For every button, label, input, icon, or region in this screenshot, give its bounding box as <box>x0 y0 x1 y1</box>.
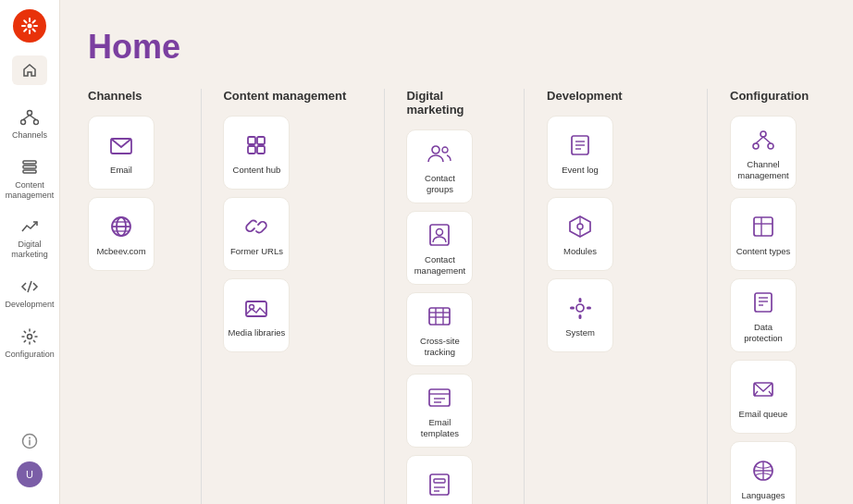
sections-row: Channels Email <box>88 89 825 504</box>
card-content-hub[interactable]: Content hub <box>223 116 290 190</box>
svg-line-17 <box>28 281 31 292</box>
config-cards: Channel management Content types <box>730 116 825 504</box>
page-title: Home <box>88 28 825 67</box>
channel-mgmt-icon <box>748 125 778 154</box>
card-contact-management[interactable]: Contact management <box>406 211 473 285</box>
email-icon <box>106 130 136 160</box>
svg-rect-64 <box>754 217 773 236</box>
card-former-urls[interactable]: Former URLs <box>223 197 290 271</box>
svg-point-61 <box>768 143 773 149</box>
card-content-types[interactable]: Content types <box>730 197 797 271</box>
sidebar-item-development[interactable]: Development <box>3 269 56 317</box>
sidebar-item-digital-label: Digital marketing <box>6 240 53 260</box>
svg-point-59 <box>760 131 766 137</box>
sidebar-item-content-management[interactable]: Content management <box>3 150 56 208</box>
svg-point-11 <box>34 120 39 125</box>
content-types-icon <box>748 212 778 241</box>
content-management-icon <box>19 157 40 178</box>
svg-line-12 <box>23 116 30 120</box>
card-modules-label: Modules <box>563 246 597 256</box>
sidebar-item-channels[interactable]: Channels <box>3 100 56 148</box>
svg-rect-14 <box>23 161 36 164</box>
card-event-log[interactable]: Event log <box>547 116 613 190</box>
home-button[interactable] <box>12 55 47 85</box>
card-data-protection-label: Data protection <box>735 322 792 343</box>
card-media-libraries[interactable]: Media libraries <box>223 278 290 352</box>
event-log-icon <box>565 130 595 160</box>
data-protection-icon <box>748 288 778 317</box>
former-urls-icon <box>241 212 271 241</box>
channels-icon <box>19 107 40 128</box>
divider-4 <box>707 89 708 504</box>
card-contact-mgmt-label: Contact management <box>411 254 468 276</box>
tracking-icon <box>425 301 454 331</box>
sidebar-item-configuration[interactable]: Configuration <box>3 319 56 367</box>
content-cards: Content hub Former URLs <box>223 116 361 352</box>
card-system[interactable]: System <box>547 278 613 352</box>
card-media-label: Media libraries <box>229 327 286 338</box>
globe-icon <box>106 212 136 241</box>
svg-point-34 <box>432 146 439 154</box>
svg-rect-31 <box>257 146 265 154</box>
card-languages[interactable]: Languages <box>730 441 797 504</box>
card-mcbeev[interactable]: Mcbeev.com <box>88 197 155 271</box>
svg-point-35 <box>442 147 448 153</box>
svg-rect-32 <box>246 301 266 316</box>
svg-line-6 <box>33 30 35 31</box>
modules-icon <box>565 212 595 241</box>
card-cross-site-label: Cross-site tracking <box>411 336 468 357</box>
card-cross-site-tracking[interactable]: Cross-site tracking <box>406 292 473 366</box>
card-email-templates[interactable]: Email templates <box>406 374 473 448</box>
development-icon <box>19 277 40 297</box>
card-channel-management[interactable]: Channel management <box>730 116 797 190</box>
svg-point-60 <box>753 143 759 149</box>
card-email-queue-label: Email queue <box>739 409 788 419</box>
card-content-types-label: Content types <box>736 246 791 256</box>
divider-1 <box>201 89 202 504</box>
svg-rect-44 <box>434 479 445 483</box>
section-dev-title: Development <box>547 89 685 103</box>
email-templates-icon <box>425 383 454 412</box>
card-contact-groups-label: Contact groups <box>411 173 468 194</box>
section-config-title: Configuration <box>730 89 825 103</box>
svg-point-0 <box>28 24 32 29</box>
svg-line-63 <box>763 137 771 143</box>
channels-cards: Email Mcbeev.com <box>88 116 179 271</box>
svg-point-21 <box>29 437 31 439</box>
svg-point-18 <box>28 334 32 338</box>
card-data-protection[interactable]: Data protection <box>730 278 797 352</box>
languages-icon <box>748 456 778 486</box>
sidebar-item-channels-label: Channels <box>12 130 47 141</box>
configuration-icon <box>19 326 40 347</box>
card-email[interactable]: Email <box>88 116 155 190</box>
main-content: Home Channels Email <box>60 0 853 504</box>
media-icon <box>241 293 271 323</box>
divider-3 <box>524 89 525 504</box>
digital-marketing-icon <box>19 216 40 237</box>
section-development: Development Event log <box>547 89 685 352</box>
card-email-queue[interactable]: Email queue <box>730 360 797 434</box>
section-digital-title: Digital marketing <box>406 89 501 117</box>
email-queue-icon <box>748 375 778 404</box>
svg-point-37 <box>437 229 443 236</box>
card-event-log-label: Event log <box>562 165 599 175</box>
sidebar-logo[interactable] <box>13 9 46 43</box>
section-digital-marketing: Digital marketing Contact groups <box>406 89 501 504</box>
info-icon[interactable] <box>17 428 43 454</box>
card-modules[interactable]: Modules <box>547 197 613 271</box>
svg-point-55 <box>577 224 583 229</box>
user-avatar[interactable]: U <box>17 461 43 487</box>
sidebar-item-digital-marketing[interactable]: Digital marketing <box>3 209 56 267</box>
card-channel-mgmt-label: Channel management <box>735 159 792 180</box>
svg-point-58 <box>576 304 584 312</box>
forms-icon <box>425 470 454 499</box>
sidebar-item-configuration-label: Configuration <box>5 350 55 360</box>
svg-line-8 <box>24 30 26 31</box>
sidebar-item-development-label: Development <box>5 300 54 310</box>
svg-point-10 <box>21 120 26 125</box>
card-contact-groups[interactable]: Contact groups <box>406 129 473 203</box>
svg-line-62 <box>756 137 763 143</box>
svg-rect-16 <box>23 170 36 173</box>
card-forms[interactable]: Forms <box>406 455 473 504</box>
content-hub-icon <box>241 130 271 160</box>
